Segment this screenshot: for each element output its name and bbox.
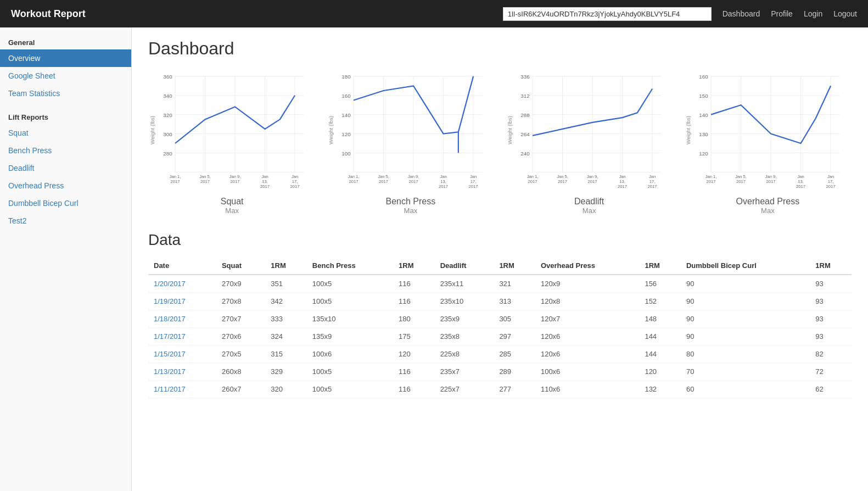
sidebar-item-deadlift[interactable]: Deadlift — [0, 159, 131, 177]
table-row: 1/18/2017270x7333135x10180235x9305120x71… — [148, 310, 852, 328]
table-cell: 1/13/2017 — [148, 363, 216, 381]
svg-text:Weight (lbs): Weight (lbs) — [685, 116, 691, 144]
svg-text:180: 180 — [341, 74, 351, 80]
table-cell: 320 — [265, 381, 307, 398]
table-cell: 297 — [494, 328, 535, 345]
nav-logout[interactable]: Logout — [833, 9, 857, 18]
svg-text:Jan 5,: Jan 5, — [557, 174, 568, 179]
table-cell: 270x6 — [216, 328, 265, 345]
table-row: 1/13/2017260x8329100x5116235x7289100x612… — [148, 363, 852, 381]
table-cell: 235x10 — [435, 293, 494, 310]
bench-press-chart-svg: 180 160 140 120 100 Weight (lbs) Jan 1, … — [327, 70, 494, 191]
table-cell: 180 — [393, 310, 435, 328]
table-cell: 225x7 — [435, 381, 494, 398]
svg-text:Weight (lbs): Weight (lbs) — [506, 116, 512, 144]
col-bench-press: Bench Press — [307, 257, 393, 275]
search-input[interactable] — [503, 7, 712, 21]
table-cell: 100x6 — [535, 363, 639, 381]
sidebar-item-bench-press[interactable]: Bench Press — [0, 142, 131, 159]
table-cell: 110x6 — [535, 381, 639, 398]
svg-text:2017: 2017 — [558, 179, 567, 184]
svg-text:2017: 2017 — [528, 179, 537, 184]
sidebar-item-overhead-press[interactable]: Overhead Press — [0, 177, 131, 194]
svg-text:2017: 2017 — [766, 179, 775, 184]
nav-profile[interactable]: Profile — [771, 9, 793, 18]
table-cell: 152 — [639, 293, 681, 310]
svg-text:Jan: Jan — [827, 174, 834, 179]
table-cell: 100x6 — [307, 345, 393, 363]
svg-text:2017: 2017 — [379, 179, 388, 184]
svg-text:2017: 2017 — [290, 184, 300, 189]
sidebar-item-overview[interactable]: Overview — [0, 49, 131, 67]
table-cell: 156 — [639, 275, 681, 293]
svg-text:17,: 17, — [471, 179, 477, 184]
svg-text:288: 288 — [520, 112, 530, 118]
svg-text:13,: 13, — [441, 179, 447, 184]
main-content: Dashboard — [132, 27, 868, 491]
svg-text:2017: 2017 — [231, 179, 240, 184]
svg-text:280: 280 — [163, 150, 172, 157]
table-cell: 93 — [810, 328, 852, 345]
svg-text:2017: 2017 — [469, 184, 478, 189]
nav-dashboard[interactable]: Dashboard — [723, 9, 760, 18]
sidebar-item-team-statistics[interactable]: Team Statistics — [0, 85, 131, 102]
svg-text:13,: 13, — [262, 179, 268, 184]
svg-text:Jan: Jan — [648, 174, 655, 179]
table-cell: 260x7 — [216, 381, 265, 398]
svg-text:17,: 17, — [649, 179, 655, 184]
overhead-press-chart-svg: 160 150 140 130 120 Weight (lbs) Jan 1, … — [684, 70, 852, 191]
table-cell: 120x9 — [535, 275, 639, 293]
data-table: Date Squat 1RM Bench Press 1RM Deadlift … — [148, 257, 852, 398]
table-cell: 120x6 — [535, 328, 639, 345]
svg-text:160: 160 — [699, 74, 708, 80]
table-row: 1/11/2017260x7320100x5116225x7277110x613… — [148, 381, 852, 398]
table-cell: 100x5 — [307, 293, 393, 310]
table-cell: 235x11 — [435, 275, 494, 293]
table-cell: 132 — [639, 381, 681, 398]
svg-text:320: 320 — [163, 112, 172, 118]
table-row: 1/19/2017270x8342100x5116235x10313120x81… — [148, 293, 852, 310]
svg-text:Jan: Jan — [440, 174, 447, 179]
table-cell: 72 — [810, 363, 852, 381]
nav-login[interactable]: Login — [804, 9, 822, 18]
col-dumbbell-bicep-curl: Dumbbell Bicep Curl — [681, 257, 810, 275]
svg-text:Jan 1,: Jan 1, — [527, 174, 538, 179]
sidebar-item-google-sheet[interactable]: Google Sheet — [0, 67, 131, 85]
table-cell: 285 — [494, 345, 535, 363]
sidebar-item-squat[interactable]: Squat — [0, 124, 131, 142]
svg-text:340: 340 — [163, 93, 172, 99]
svg-text:Jan 1,: Jan 1, — [705, 174, 716, 179]
svg-text:2017: 2017 — [826, 184, 835, 189]
table-cell: 235x8 — [435, 328, 494, 345]
col-dumbbell-1rm: 1RM — [810, 257, 852, 275]
svg-text:2017: 2017 — [706, 179, 715, 184]
overhead-press-chart-name: Overhead Press — [684, 197, 852, 207]
table-cell: 1/19/2017 — [148, 293, 216, 310]
svg-text:Jan 5,: Jan 5, — [378, 174, 389, 179]
sidebar-item-test2[interactable]: Test2 — [0, 212, 131, 230]
svg-text:Jan: Jan — [797, 174, 804, 179]
svg-text:240: 240 — [520, 150, 530, 157]
table-cell: 116 — [393, 363, 435, 381]
table-cell: 120x6 — [535, 345, 639, 363]
table-cell: 80 — [681, 345, 810, 363]
bench-press-chart-sub: Max — [327, 207, 494, 215]
svg-text:2017: 2017 — [647, 184, 657, 189]
table-cell: 93 — [810, 310, 852, 328]
chart-overhead-press: 160 150 140 130 120 Weight (lbs) Jan 1, … — [684, 70, 852, 215]
squat-chart-sub: Max — [148, 207, 316, 215]
col-squat: Squat — [216, 257, 265, 275]
squat-chart-label: Squat Max — [148, 197, 316, 215]
table-cell: 148 — [639, 310, 681, 328]
col-deadlift: Deadlift — [435, 257, 494, 275]
table-cell: 120 — [393, 345, 435, 363]
svg-text:Jan 1,: Jan 1, — [170, 174, 181, 179]
table-cell: 82 — [810, 345, 852, 363]
sidebar-item-dumbbell-bicep-curl[interactable]: Dumbbell Bicep Curl — [0, 194, 131, 212]
table-cell: 135x10 — [307, 310, 393, 328]
deadlift-chart-svg: 336 312 288 264 240 Weight (lbs) Jan 1, … — [506, 70, 673, 191]
table-cell: 120 — [639, 363, 681, 381]
col-deadlift-1rm: 1RM — [494, 257, 535, 275]
table-cell: 144 — [639, 345, 681, 363]
table-cell: 175 — [393, 328, 435, 345]
